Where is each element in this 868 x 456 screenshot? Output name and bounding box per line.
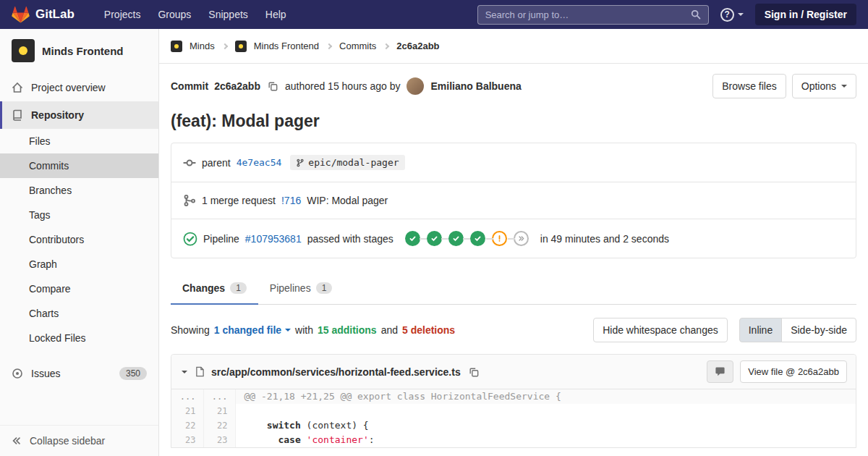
new-line-number[interactable]: 23: [203, 433, 235, 447]
sidebar-item-label: Project overview: [31, 82, 106, 93]
sidebar-item-compare[interactable]: Compare: [0, 276, 158, 301]
view-file-button[interactable]: View file @ 2c6a2abb: [740, 360, 847, 383]
gitlab-commit-page: GitLab Projects Groups Snippets Help ? S…: [0, 0, 868, 456]
gitlab-home-link[interactable]: GitLab: [12, 6, 75, 23]
options-button[interactable]: Options: [792, 74, 856, 98]
gitlab-tanuki-icon: [12, 6, 30, 23]
breadcrumb-group[interactable]: Minds: [190, 41, 215, 51]
help-menu-button[interactable]: ?: [720, 8, 744, 22]
main-content: Minds Minds Frontend Commits 2c6a2abb Co…: [159, 29, 868, 448]
commit-tabs: Changes 1 Pipelines 1: [171, 273, 856, 305]
diff-line-row: 23 23 case 'container':: [171, 433, 856, 447]
merge-request-link[interactable]: !716: [281, 195, 301, 206]
hunk-old-cell: ...: [171, 389, 203, 404]
code-text: [301, 434, 307, 445]
primary-nav: Projects Groups Snippets Help: [96, 6, 294, 23]
browse-files-button[interactable]: Browse files: [712, 74, 786, 98]
nav-help[interactable]: Help: [258, 6, 294, 23]
pipeline-stage-success-icon[interactable]: [427, 231, 442, 246]
chevron-right-icon: [326, 43, 332, 48]
sidebar-item-commits[interactable]: Commits: [0, 153, 158, 178]
sidebar-item-branches[interactable]: Branches: [0, 178, 158, 203]
sidebar-item-repository[interactable]: Repository: [0, 101, 158, 129]
pipeline-stage-success-icon[interactable]: [448, 231, 464, 246]
deletions-count: 5 deletions: [402, 324, 455, 336]
tab-changes[interactable]: Changes 1: [171, 273, 258, 305]
author-avatar[interactable]: [407, 77, 424, 95]
toggle-comments-button[interactable]: [707, 360, 733, 383]
parent-row: parent 4e7eac54 epic/modal-pager: [171, 143, 856, 182]
diff-hunk-row: ... ... @@ -21,18 +21,25 @@ export class…: [171, 389, 856, 404]
lightbulb-icon: [239, 44, 243, 48]
changed-files-label: 1 changed file: [214, 324, 281, 336]
pipeline-label: Pipeline: [203, 233, 239, 245]
breadcrumb: Minds Minds Frontend Commits 2c6a2abb: [159, 29, 868, 64]
copy-file-path-button[interactable]: [467, 366, 480, 379]
sidebar-item-label: Repository: [31, 109, 84, 121]
parent-sha-link[interactable]: 4e7eac54: [237, 157, 282, 168]
copy-commit-sha-button[interactable]: [266, 80, 279, 93]
tab-changes-label: Changes: [182, 282, 225, 294]
changed-files-dropdown[interactable]: 1 changed file: [214, 324, 291, 336]
branch-name: epic/modal-pager: [308, 157, 399, 168]
issues-count-badge: 350: [119, 367, 147, 380]
sidebar-item-tags[interactable]: Tags: [0, 203, 158, 227]
old-line-number[interactable]: 21: [171, 404, 203, 418]
code-text: [244, 434, 278, 445]
branch-ref-badge[interactable]: epic/modal-pager: [290, 155, 404, 170]
pipeline-status-text: passed with stages: [307, 233, 393, 245]
sidebar-item-contributors[interactable]: Contributors: [0, 227, 158, 252]
code-text: [244, 420, 267, 431]
merge-request-title: WIP: Modal pager: [307, 195, 388, 206]
collapse-diff-toggle[interactable]: [180, 368, 189, 376]
sidebar-item-files[interactable]: Files: [0, 129, 158, 153]
side-by-side-view-button[interactable]: Side-by-side: [781, 318, 856, 342]
nav-snippets[interactable]: Snippets: [200, 6, 255, 23]
breadcrumb-commits[interactable]: Commits: [339, 41, 376, 51]
sidebar-item-locked-files[interactable]: Locked Files: [0, 326, 158, 350]
pipeline-row: Pipeline #107953681 passed with stages: [171, 219, 856, 258]
additions-count: 15 additions: [318, 324, 377, 336]
sign-in-button[interactable]: Sign in / Register: [755, 4, 856, 25]
sidebar: Minds Frontend Project overview Reposito…: [0, 29, 159, 456]
search-box[interactable]: [477, 5, 709, 25]
sidebar-item-label: Issues: [31, 368, 60, 379]
project-header-link[interactable]: Minds Frontend: [0, 29, 158, 74]
parent-label: parent: [202, 157, 231, 169]
old-line-number[interactable]: 22: [171, 418, 203, 433]
old-line-number[interactable]: 23: [171, 433, 203, 447]
issues-icon: [12, 368, 23, 379]
nav-projects[interactable]: Projects: [96, 6, 149, 23]
nav-groups[interactable]: Groups: [150, 6, 199, 23]
sidebar-item-issues[interactable]: Issues 350: [0, 359, 158, 388]
new-line-number[interactable]: 22: [203, 418, 235, 433]
search-input[interactable]: [485, 9, 691, 20]
diff-file-path[interactable]: src/app/common/services/horizontal-feed.…: [211, 366, 461, 378]
sidebar-item-project-overview[interactable]: Project overview: [0, 74, 158, 101]
hide-whitespace-button[interactable]: Hide whitespace changes: [593, 318, 728, 342]
code-line: case 'container':: [235, 433, 856, 447]
pipeline-stage-skipped-icon[interactable]: [514, 231, 529, 246]
inline-view-button[interactable]: Inline: [739, 318, 782, 342]
pipeline-stage-success-icon[interactable]: [405, 231, 420, 246]
home-icon: [12, 82, 23, 93]
tab-pipelines[interactable]: Pipelines 1: [258, 273, 344, 305]
pipeline-stage-success-icon[interactable]: [470, 231, 485, 246]
breadcrumb-project[interactable]: Minds Frontend: [254, 41, 319, 51]
chevron-down-icon: [738, 13, 744, 16]
pipeline-id-link[interactable]: #107953681: [245, 233, 302, 245]
commit-sha: 2c6a2abb: [214, 80, 260, 92]
commit-title: (feat): Modal pager: [171, 111, 856, 131]
author-name-link[interactable]: Emiliano Balbuena: [431, 80, 522, 92]
sidebar-item-charts[interactable]: Charts: [0, 301, 158, 326]
code-keyword: switch: [267, 420, 301, 431]
collapse-sidebar-button[interactable]: Collapse sidebar: [0, 425, 158, 456]
new-line-number[interactable]: 21: [203, 404, 235, 418]
with-text: with: [295, 324, 313, 336]
pipeline-stage-warning-icon[interactable]: [492, 231, 507, 246]
sidebar-item-graph[interactable]: Graph: [0, 252, 158, 276]
branch-icon: [296, 159, 305, 167]
tab-changes-count: 1: [230, 282, 247, 294]
chevron-down-icon: [182, 371, 187, 373]
double-chevron-left-icon: [12, 436, 22, 446]
